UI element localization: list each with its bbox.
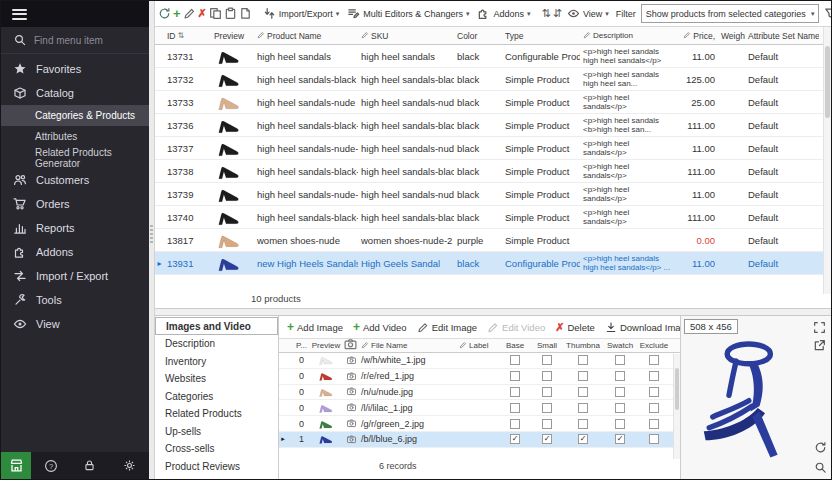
tab-related-products[interactable]: Related Products bbox=[155, 405, 278, 423]
exclude-checkbox[interactable] bbox=[649, 371, 659, 381]
column-header-sku[interactable]: SKU bbox=[358, 27, 454, 44]
column-header-attr[interactable]: Attribute Set Name bbox=[745, 27, 819, 44]
product-row-13736[interactable]: 13736high heel sandals-black-36high heel… bbox=[155, 114, 831, 137]
image-row-w-h-white-1-jpg[interactable]: 0/w/h/white_1.jpg bbox=[279, 353, 680, 369]
column-header-type[interactable]: Type bbox=[502, 27, 580, 44]
export-grid-button[interactable] bbox=[239, 6, 252, 22]
column-header-ind[interactable] bbox=[155, 27, 164, 44]
sidebar-item-tools[interactable]: Tools bbox=[1, 288, 149, 312]
image-row-b-l-blue-6-jpg[interactable]: ▸1/b/l/blue_6.jpg✓✓✓✓ bbox=[279, 432, 680, 448]
sidebar-subitem-attributes[interactable]: Attributes bbox=[1, 126, 149, 147]
thumbnail-checkbox[interactable] bbox=[578, 419, 588, 429]
base-checkbox[interactable] bbox=[510, 355, 520, 365]
thumbnail-checkbox[interactable] bbox=[578, 355, 588, 365]
sidebar-item-view[interactable]: View bbox=[1, 312, 149, 336]
small-checkbox[interactable] bbox=[542, 403, 552, 413]
swatch-checkbox[interactable] bbox=[615, 419, 625, 429]
product-row-13931[interactable]: ▸13931new High Heels SandalsHigh Geels S… bbox=[155, 252, 831, 275]
gear-icon[interactable] bbox=[110, 452, 149, 479]
sidebar-item-orders[interactable]: Orders bbox=[1, 192, 149, 216]
tab-up-sells[interactable]: Up-sells bbox=[155, 423, 278, 441]
image-row-g-r-green-2-jpg[interactable]: 0/g/r/green_2.jpg bbox=[279, 416, 680, 432]
column-header-color[interactable]: Color bbox=[454, 27, 502, 44]
base-checkbox[interactable]: ✓ bbox=[510, 434, 520, 444]
sidebar-subitem-categories-products[interactable]: Categories & Products bbox=[1, 105, 149, 126]
edit-image-button[interactable]: Edit Image bbox=[417, 321, 477, 333]
multi-editors-menu[interactable]: Multi Editors & Changers ▾ bbox=[344, 5, 472, 22]
sidebar-item-reports[interactable]: Reports bbox=[1, 216, 149, 240]
tab-product-reviews[interactable]: Product Reviews bbox=[155, 458, 278, 476]
exclude-checkbox[interactable] bbox=[649, 419, 659, 429]
product-row-13740[interactable]: 13740high heel sandals-black-38high heel… bbox=[155, 206, 831, 229]
image-column-header-preview[interactable]: Preview bbox=[309, 339, 343, 352]
tab-categories[interactable]: Categories bbox=[155, 388, 278, 406]
scrollbar-thumb[interactable] bbox=[675, 368, 679, 410]
base-checkbox[interactable] bbox=[510, 403, 520, 413]
lock-icon[interactable] bbox=[70, 452, 109, 479]
image-row-l-i-lilac-1-jpg[interactable]: 0/l/i/lilac_1.jpg bbox=[279, 400, 680, 416]
tab-description[interactable]: Description bbox=[155, 335, 278, 353]
swatch-checkbox[interactable]: ✓ bbox=[615, 434, 625, 444]
exclude-checkbox[interactable] bbox=[649, 403, 659, 413]
image-column-header-cam[interactable] bbox=[343, 339, 359, 352]
image-column-header-thumbnail[interactable]: Thumbna bbox=[563, 339, 603, 352]
products-scrollbar[interactable] bbox=[823, 27, 831, 294]
fullscreen-icon[interactable] bbox=[812, 320, 827, 335]
swatch-checkbox[interactable] bbox=[615, 387, 625, 397]
column-header-preview[interactable]: Preview bbox=[204, 27, 254, 44]
column-header-desc[interactable]: Description bbox=[580, 27, 674, 44]
delete-image-button[interactable]: ✗ Delete bbox=[555, 321, 595, 334]
image-column-header-small[interactable]: Small bbox=[531, 339, 563, 352]
hamburger-menu-icon[interactable] bbox=[12, 6, 27, 22]
store-icon[interactable] bbox=[1, 452, 31, 479]
thumbnail-checkbox[interactable]: ✓ bbox=[578, 434, 588, 444]
base-checkbox[interactable] bbox=[510, 419, 520, 429]
sidebar-search[interactable]: Find menu item bbox=[1, 27, 149, 54]
zoom-icon[interactable] bbox=[813, 460, 828, 475]
column-header-weight[interactable]: Weight bbox=[718, 27, 745, 44]
sidebar-item-catalog[interactable]: Catalog bbox=[1, 81, 149, 105]
add-product-button[interactable]: + bbox=[173, 6, 181, 22]
sidebar-subitem-related-products-generator[interactable]: Related Products Generator bbox=[1, 147, 149, 168]
tab-images-and-video[interactable]: Images and Video bbox=[155, 317, 278, 335]
small-checkbox[interactable]: ✓ bbox=[542, 434, 552, 444]
help-icon[interactable]: ? bbox=[31, 452, 70, 479]
column-header-id[interactable]: ID⇅ bbox=[164, 27, 204, 44]
tab-inventory[interactable]: Inventory bbox=[155, 353, 278, 371]
delete-product-button[interactable]: ✗ bbox=[198, 6, 207, 22]
base-checkbox[interactable] bbox=[510, 387, 520, 397]
thumbnail-checkbox[interactable] bbox=[578, 387, 588, 397]
swatch-checkbox[interactable] bbox=[615, 403, 625, 413]
exclude-checkbox[interactable] bbox=[649, 355, 659, 365]
refresh-button[interactable] bbox=[158, 6, 171, 22]
swatch-checkbox[interactable] bbox=[615, 355, 625, 365]
rotate-icon[interactable] bbox=[813, 440, 828, 455]
filters-menu[interactable]: Filters ▾ bbox=[821, 5, 831, 22]
add-image-button[interactable]: + Add Image bbox=[287, 320, 343, 334]
image-row-r-e-red-1-jpg[interactable]: 0/r/e/red_1.jpg bbox=[279, 369, 680, 385]
horizontal-splitter[interactable] bbox=[155, 309, 831, 316]
add-video-button[interactable]: + Add Video bbox=[353, 320, 407, 334]
image-row-n-u-nude-jpg[interactable]: 0/n/u/nude.jpg bbox=[279, 385, 680, 401]
edit-product-button[interactable] bbox=[183, 6, 196, 22]
product-row-13732[interactable]: 13732high heel sandals-blackhigh heel sa… bbox=[155, 68, 831, 91]
addons-menu[interactable]: Addons ▾ bbox=[474, 5, 533, 22]
product-row-13733[interactable]: 13733high heel sandals-nudehigh heel san… bbox=[155, 91, 831, 114]
thumbnail-checkbox[interactable] bbox=[578, 371, 588, 381]
image-column-header-ind[interactable] bbox=[279, 339, 287, 352]
splitter-grip[interactable] bbox=[150, 225, 153, 245]
exclude-checkbox[interactable] bbox=[649, 434, 659, 444]
image-column-header-swatch[interactable]: Swatch bbox=[603, 339, 637, 352]
small-checkbox[interactable] bbox=[542, 355, 552, 365]
copy-button[interactable] bbox=[209, 6, 222, 22]
exclude-checkbox[interactable] bbox=[649, 387, 659, 397]
sidebar-item-favorites[interactable]: Favorites bbox=[1, 57, 149, 81]
thumbnail-checkbox[interactable] bbox=[578, 403, 588, 413]
image-column-header-pos[interactable]: P... bbox=[287, 339, 309, 352]
images-scrollbar[interactable] bbox=[673, 354, 680, 459]
image-column-header-base[interactable]: Base bbox=[499, 339, 531, 352]
product-row-13739[interactable]: 13739high heel sandals-nude-37high heel … bbox=[155, 183, 831, 206]
view-menu[interactable]: View ▾ bbox=[564, 5, 612, 22]
product-row-13817[interactable]: 13817women shoes-nudewomen shoes-nude-2p… bbox=[155, 229, 831, 252]
sidebar-item-import-export[interactable]: Import / Export bbox=[1, 264, 149, 288]
